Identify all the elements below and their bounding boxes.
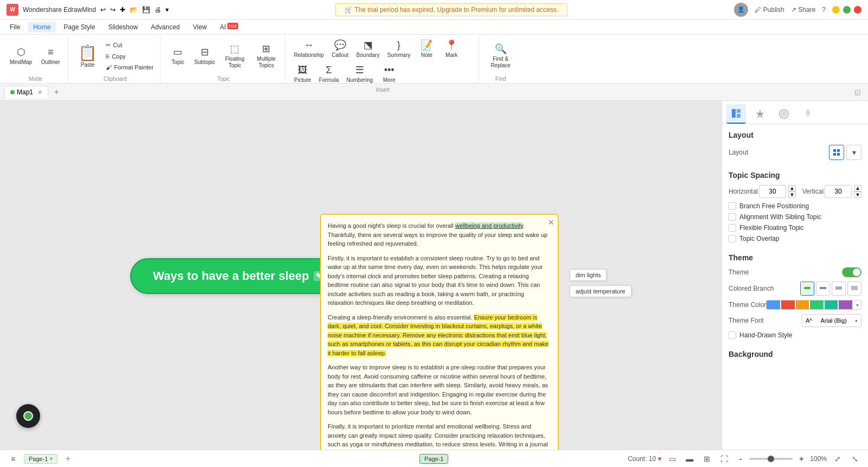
vertical-decrement[interactable]: ▼ xyxy=(854,191,861,198)
menu-home[interactable]: Home xyxy=(28,22,56,33)
zoom-out-button[interactable]: - xyxy=(735,453,746,464)
flexible-floating-checkbox[interactable] xyxy=(729,224,736,232)
format-painter-button[interactable]: 🖌 Format Painter xyxy=(103,62,157,72)
mark-button[interactable]: 📍 Mark xyxy=(439,37,463,61)
save-button[interactable]: 💾 xyxy=(142,6,150,14)
layout-dropdown-button[interactable]: ▾ xyxy=(846,145,861,160)
theme-color-dropdown[interactable]: ▾ xyxy=(853,300,861,309)
paste-button[interactable]: 📋 Paste xyxy=(74,42,101,70)
zoom-handle[interactable] xyxy=(768,456,774,462)
mindmap-button[interactable]: ⬡ MindMap xyxy=(7,44,35,68)
user-avatar[interactable]: 👤 xyxy=(734,3,748,17)
theme-font-select[interactable]: Aᴬ Arial (Big) ▾ xyxy=(802,314,861,327)
tab-close-icon[interactable]: ✕ xyxy=(37,89,42,96)
close-button[interactable] xyxy=(854,6,861,14)
page-tab-dropdown[interactable]: ▾ xyxy=(50,456,53,462)
menu-ai[interactable]: AIHot xyxy=(214,22,243,33)
cb-style-4[interactable] xyxy=(847,282,861,296)
branch-free-checkbox[interactable] xyxy=(729,202,736,210)
menu-advanced[interactable]: Advanced xyxy=(145,22,185,33)
topic-button[interactable]: ▭ Topic xyxy=(166,44,190,68)
menu-file[interactable]: File xyxy=(4,22,25,33)
menu-view[interactable]: View xyxy=(187,22,212,33)
panel-tab-layout[interactable] xyxy=(726,104,746,124)
new-button[interactable]: ✚ xyxy=(120,6,125,14)
theme-toggle[interactable] xyxy=(842,267,861,277)
restore-button[interactable]: ⤡ xyxy=(848,452,861,465)
view-double-button[interactable]: ▬ xyxy=(683,452,696,465)
outliner-button[interactable]: ≡ Outliner xyxy=(36,44,65,68)
undo-button[interactable]: ↩ xyxy=(100,6,106,14)
vertical-increment[interactable]: ▲ xyxy=(854,185,861,191)
boundary-button[interactable]: ⬔ Boundary xyxy=(353,37,383,61)
callout-note[interactable]: ✕ Having a good night's sleep is crucial… xyxy=(320,214,559,450)
note-button[interactable]: 📝 Note xyxy=(414,37,438,61)
recording-indicator[interactable] xyxy=(16,404,40,428)
hand-drawn-checkbox[interactable] xyxy=(729,331,736,339)
horizontal-increment[interactable]: ▲ xyxy=(788,185,796,191)
more-button[interactable]: ••• More xyxy=(377,62,401,86)
minimize-button[interactable] xyxy=(832,6,840,14)
vertical-input[interactable] xyxy=(825,185,852,198)
zoom-in-button[interactable]: + xyxy=(796,453,807,464)
add-tab-button[interactable]: + xyxy=(50,86,62,98)
help-button[interactable]: ? xyxy=(822,6,826,14)
active-page-tab[interactable]: Page-1 xyxy=(419,454,448,464)
theme-color-bar[interactable]: ▾ xyxy=(766,300,861,310)
flexible-floating-row: Flexible Floating Topic xyxy=(729,224,861,232)
mindmap-icon: ⬡ xyxy=(17,46,25,58)
formula-button[interactable]: Σ Formula xyxy=(316,62,342,86)
horizontal-input[interactable] xyxy=(759,185,786,198)
cb-style-1[interactable] xyxy=(800,282,814,296)
sidebar-toggle[interactable]: ≡ xyxy=(7,452,20,465)
callout-button[interactable]: 💬 Callout xyxy=(328,37,352,61)
view-single-button[interactable]: ▭ xyxy=(666,452,679,465)
multiple-topics-button[interactable]: ⊞ Multiple Topics xyxy=(251,41,282,71)
add-page-button[interactable]: + xyxy=(62,453,74,465)
menu-slideshow[interactable]: Slideshow xyxy=(103,22,143,33)
horizontal-decrement[interactable]: ▼ xyxy=(788,191,796,198)
view-fullscreen-button[interactable]: ⛶ xyxy=(718,452,731,465)
hand-drawn-label: Hand-Drawn Style xyxy=(739,331,792,339)
zoom-slider[interactable] xyxy=(749,458,793,460)
more-icon: ••• xyxy=(384,65,394,76)
copy-button[interactable]: ⎘ Copy xyxy=(103,52,157,61)
topic-overlap-checkbox[interactable] xyxy=(729,235,736,242)
maximize-button[interactable] xyxy=(843,6,851,14)
summary-button[interactable]: } Summary xyxy=(384,37,414,61)
menu-pagestyle[interactable]: Page Style xyxy=(58,22,100,33)
svg-rect-15 xyxy=(851,286,858,290)
open-button[interactable]: 📂 xyxy=(130,6,138,14)
subtopic-button[interactable]: ⊟ Subtopic xyxy=(191,44,219,68)
more-tools-button[interactable]: ▾ xyxy=(165,6,169,14)
view-fit-button[interactable]: ⊞ xyxy=(700,452,713,465)
cb-style-2[interactable] xyxy=(816,282,830,296)
redo-button[interactable]: ↪ xyxy=(110,6,116,14)
cb-style-3[interactable] xyxy=(832,282,846,296)
canvas[interactable]: Ways to have a better sleep ✎ ✕ Having a… xyxy=(0,101,722,450)
floating-topic-button[interactable]: ⬚ Floating Topic xyxy=(220,41,250,71)
topic-overlap-label: Topic Overlap xyxy=(739,235,779,242)
layout-panel-icon xyxy=(731,108,742,119)
publish-button[interactable]: 🖊 Publish xyxy=(755,6,784,14)
numbering-button[interactable]: ☰ Numbering xyxy=(343,62,376,86)
page-tab-1[interactable]: Page-1 ▾ xyxy=(24,454,58,464)
relationship-button[interactable]: ↔ Relationship xyxy=(291,37,327,61)
alignment-sibling-checkbox[interactable] xyxy=(729,213,736,221)
panel-tab-settings[interactable] xyxy=(798,104,818,124)
cut-button[interactable]: ✂ Cut xyxy=(103,40,157,50)
central-topic[interactable]: Ways to have a better sleep ✎ xyxy=(130,258,347,294)
collapse-panel-button[interactable]: ◱ xyxy=(851,86,864,99)
find-replace-button[interactable]: 🔍 Find & Replace xyxy=(484,41,517,71)
panel-tab-target[interactable] xyxy=(774,104,794,124)
picture-button[interactable]: 🖼 Picture xyxy=(291,62,315,86)
tooltip-adjust-temperature: adjust temperature xyxy=(570,285,631,297)
theme-toggle-row xyxy=(842,267,861,277)
panel-tab-ai[interactable] xyxy=(750,104,770,124)
layout-icon-btn-1[interactable] xyxy=(829,145,844,160)
fullscreen-expand-button[interactable]: ⤢ xyxy=(831,452,844,465)
map-tab-map1[interactable]: Map1 ✕ xyxy=(4,86,48,98)
print-button[interactable]: 🖨 xyxy=(155,6,161,14)
share-button[interactable]: ↗ Share xyxy=(791,6,815,14)
callout-close-button[interactable]: ✕ xyxy=(548,217,554,228)
